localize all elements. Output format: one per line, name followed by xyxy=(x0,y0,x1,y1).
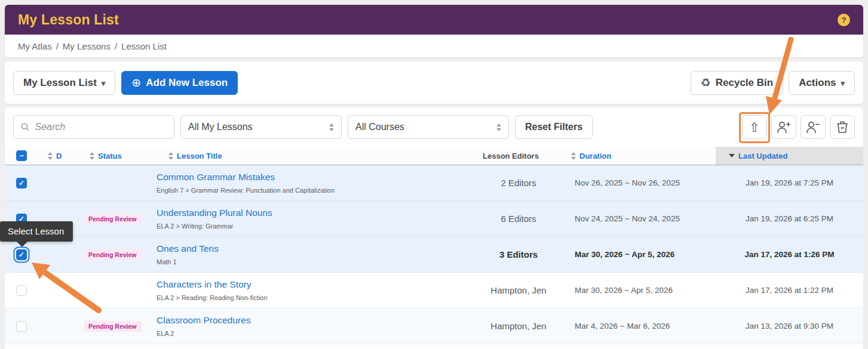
lesson-duration: Nov 24, 2025 ~ Nov 24, 2025 xyxy=(566,201,716,236)
lesson-course-path: Math 1 xyxy=(157,258,177,265)
select-arrows-icon xyxy=(329,123,334,131)
select-lesson-tooltip: Select Lesson xyxy=(0,221,73,242)
lesson-editors: 3 Editors xyxy=(471,237,566,272)
table-row: ✓ Pending Review Classroom Procedures EL… xyxy=(5,308,863,344)
lesson-title-link[interactable]: Ones and Tens xyxy=(157,243,219,254)
row-checkbox[interactable]: ✓ xyxy=(16,249,27,260)
lessons-filter-value: All My Lessons xyxy=(188,122,253,132)
sort-icon[interactable] xyxy=(48,152,53,160)
table-row: ✓ Characters in the Story ELA 2 > Readin… xyxy=(5,273,863,308)
filter-bar: All My Lessons All Courses Reset Filters… xyxy=(5,107,863,139)
table-header: − D Status Lesson Title Lesson Editors D… xyxy=(5,147,863,165)
lesson-duration: Mar 4, 2026 ~ Mar 6, 2026 xyxy=(566,308,716,344)
lesson-title-link[interactable]: Classroom Procedures xyxy=(157,315,251,326)
page: My Lesson List ? My Atlas / My Lessons /… xyxy=(0,0,868,349)
breadcrumb-separator: / xyxy=(56,41,59,51)
page-title: My Lesson List xyxy=(18,12,119,28)
column-header-d[interactable]: D xyxy=(56,152,62,160)
breadcrumb-my-atlas[interactable]: My Atlas xyxy=(18,41,52,51)
sort-icon[interactable] xyxy=(571,152,576,160)
column-header-duration[interactable]: Duration xyxy=(579,152,611,160)
remove-editor-button[interactable] xyxy=(800,115,826,139)
upload-button[interactable]: ⇧ xyxy=(742,115,767,139)
indeterminate-icon: − xyxy=(19,152,23,159)
lesson-list-panel: All My Lessons All Courses Reset Filters… xyxy=(5,107,863,349)
table-row: ✓ Pending Review Ones and Tens Math 1 3 … xyxy=(5,237,863,273)
status-badge: Pending Review xyxy=(84,214,142,224)
lesson-duration: Mar 30, 2026 ~ Apr 5, 2026 xyxy=(566,237,716,272)
add-editor-icon xyxy=(777,121,791,134)
lesson-editors: Hampton, Jen xyxy=(471,308,566,344)
lesson-duration: Nov 26, 2025 ~ Nov 26, 2025 xyxy=(566,165,716,200)
lesson-title-link[interactable]: Common Grammar Mistakes xyxy=(157,172,275,183)
add-new-lesson-label: Add New Lesson xyxy=(146,77,228,89)
lesson-editors: 6 Editors xyxy=(471,201,566,236)
lessons-filter-select[interactable]: All My Lessons xyxy=(180,115,342,139)
row-checkbox[interactable]: ✓ xyxy=(16,178,27,189)
recycle-bin-button[interactable]: ♻ Recycle Bin xyxy=(691,71,783,95)
search-icon xyxy=(21,122,29,132)
lesson-last-updated: Jan 17, 2026 at 1:22 PM xyxy=(716,273,863,308)
lesson-title-link[interactable]: Characters in the Story xyxy=(157,279,251,290)
chevron-down-icon: ▾ xyxy=(102,79,106,87)
column-header-lesson-editors: Lesson Editors xyxy=(483,152,539,160)
upload-icon: ⇧ xyxy=(749,121,760,134)
reset-filters-button[interactable]: Reset Filters xyxy=(515,115,593,139)
lesson-editors: Hampton, Jen xyxy=(471,273,566,308)
lesson-editors: 2 Editors xyxy=(471,165,566,200)
courses-filter-value: All Courses xyxy=(355,122,404,132)
add-editor-button[interactable] xyxy=(771,115,796,139)
row-checkbox[interactable]: ✓ xyxy=(16,321,27,332)
recycle-icon: ♻ xyxy=(701,77,711,88)
help-button[interactable]: ? xyxy=(838,14,850,26)
search-input[interactable] xyxy=(35,122,167,132)
breadcrumb-my-lessons[interactable]: My Lessons xyxy=(63,41,111,51)
breadcrumb-separator: / xyxy=(115,41,117,51)
plus-circle-icon: ⊕ xyxy=(131,77,141,88)
table-row: ✓ Pending Review Understanding Plural No… xyxy=(5,201,863,237)
table-row: ✓ Common Grammar Mistakes English 7 > Gr… xyxy=(5,165,863,201)
lesson-title-link[interactable]: Understanding Plural Nouns xyxy=(157,208,272,218)
lesson-duration: Mar 30, 2026 ~ Apr 5, 2026 xyxy=(566,273,716,308)
status-badge: Pending Review xyxy=(84,321,142,332)
lesson-course-path: ELA 2 > Writing: Grammar xyxy=(157,223,233,230)
add-new-lesson-button[interactable]: ⊕ Add New Lesson xyxy=(121,71,238,95)
trash-restore-icon xyxy=(836,121,848,134)
reset-filters-label: Reset Filters xyxy=(525,122,582,132)
sort-icon[interactable] xyxy=(90,152,94,160)
trash-button[interactable] xyxy=(830,115,855,139)
title-bar: My Lesson List ? xyxy=(5,5,863,35)
select-arrows-icon xyxy=(496,123,501,131)
row-checkbox[interactable]: ✓ xyxy=(16,285,27,296)
lesson-last-updated: Jan 13, 2026 at 9:30 PM xyxy=(716,308,863,344)
lesson-last-updated: Jan 19, 2026 at 7:25 PM xyxy=(716,165,863,200)
search-box[interactable] xyxy=(13,115,174,139)
column-header-lesson-title[interactable]: Lesson Title xyxy=(177,152,222,160)
lesson-list-selector[interactable]: My Lesson List ▾ xyxy=(13,71,115,95)
question-icon: ? xyxy=(842,16,846,24)
remove-editor-icon xyxy=(806,121,820,134)
recycle-bin-label: Recycle Bin xyxy=(716,77,773,89)
column-header-last-updated[interactable]: Last Updated xyxy=(738,152,787,160)
actions-button[interactable]: Actions ▾ xyxy=(789,71,855,95)
courses-filter-select[interactable]: All Courses xyxy=(348,115,509,139)
check-icon: ✓ xyxy=(19,251,24,258)
breadcrumb-lesson-list[interactable]: Lesson List xyxy=(121,41,167,51)
page-header: My Lesson List ? My Atlas / My Lessons /… xyxy=(5,5,863,57)
select-all-checkbox[interactable]: − xyxy=(16,150,27,161)
bulk-action-buttons: ⇧ xyxy=(742,115,855,139)
lesson-last-updated: Jan 17, 2026 at 1:26 PM xyxy=(716,237,863,272)
chevron-down-icon: ▾ xyxy=(841,79,845,87)
column-header-status[interactable]: Status xyxy=(98,152,122,160)
status-badge: Pending Review xyxy=(84,249,142,260)
tooltip-text: Select Lesson xyxy=(8,226,64,236)
lesson-course-path: ELA 2 > Reading: Reading Non-fiction xyxy=(157,294,268,301)
sort-icon[interactable] xyxy=(168,152,173,160)
check-icon: ✓ xyxy=(19,180,24,187)
sort-descending-icon[interactable] xyxy=(729,154,735,157)
breadcrumb: My Atlas / My Lessons / Lesson List xyxy=(5,35,863,57)
actions-label: Actions xyxy=(799,77,836,89)
lesson-course-path: ELA 2 xyxy=(157,330,174,337)
lesson-last-updated: Jan 19, 2026 at 6:25 PM xyxy=(716,201,863,236)
lesson-list-selector-label: My Lesson List xyxy=(23,77,97,89)
